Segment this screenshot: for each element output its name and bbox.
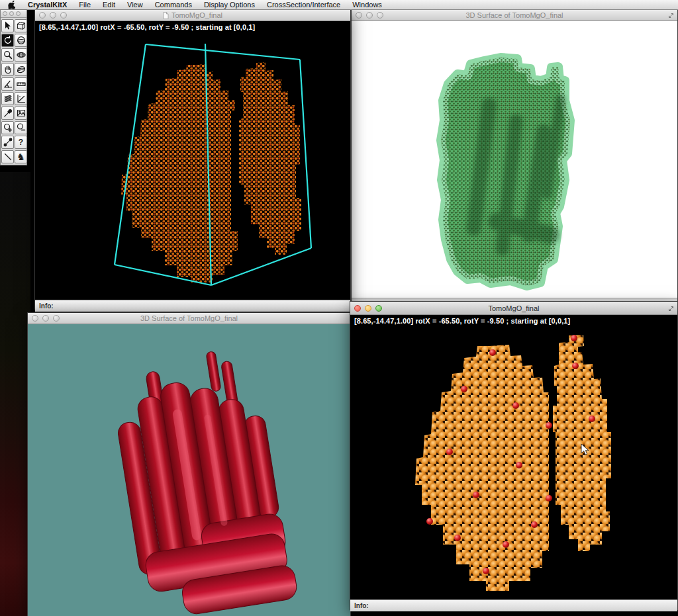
pan-tool-button[interactable] xyxy=(1,63,14,76)
ruler-icon xyxy=(16,79,26,89)
status-readout: [8.65,-14.47,1.00] rotX = -65.50, rotY =… xyxy=(35,21,350,32)
menu-file[interactable]: File xyxy=(73,1,97,9)
bond-icon xyxy=(3,137,13,148)
rotate-icon xyxy=(3,35,13,46)
menu-crosssection-interface[interactable]: CrossSection/Interface xyxy=(261,1,346,9)
zoom-button[interactable] xyxy=(53,315,60,322)
tool-grid: ? ♞ xyxy=(1,18,26,165)
layers-tool-button[interactable] xyxy=(1,92,14,105)
unit-cell-tool-button[interactable] xyxy=(15,19,27,32)
window-controls[interactable] xyxy=(39,10,67,21)
line-tool-button[interactable] xyxy=(1,150,14,163)
menu-windows[interactable]: Windows xyxy=(346,1,388,9)
remove-atom-tool-button[interactable] xyxy=(15,121,27,134)
unit-cell-icon xyxy=(16,21,26,31)
apple-logo-icon xyxy=(8,1,15,9)
eyedropper-icon xyxy=(3,108,13,118)
globe-tool-button[interactable] xyxy=(15,48,27,62)
viewport-surface-green[interactable] xyxy=(352,21,677,298)
window-title: TomoMgO_final xyxy=(171,11,222,19)
pointer-tool-button[interactable] xyxy=(1,19,14,32)
window-controls[interactable] xyxy=(354,302,382,314)
desktop-background xyxy=(0,172,30,616)
close-button[interactable] xyxy=(356,12,362,19)
horse-icon: ♞ xyxy=(17,152,25,161)
help-icon: ? xyxy=(19,138,23,146)
rotate-sphere-icon xyxy=(16,35,26,46)
desktop: CrystalKitX File Edit View Commands Disp… xyxy=(0,0,678,616)
rotate-tool-button[interactable] xyxy=(1,34,14,47)
apple-menu[interactable] xyxy=(0,1,22,9)
mesh-surface-tool-button[interactable] xyxy=(15,63,27,76)
line-icon xyxy=(3,152,13,162)
resize-icon[interactable] xyxy=(668,302,674,314)
bond-tool-button[interactable] xyxy=(1,136,14,149)
minimize-button[interactable] xyxy=(42,315,49,322)
close-button[interactable] xyxy=(32,315,38,322)
minimize-button[interactable] xyxy=(50,12,56,19)
angle-icon xyxy=(3,79,13,89)
rotate-sphere-tool-button[interactable] xyxy=(15,34,27,47)
menu-crystalkitx[interactable]: CrystalKitX xyxy=(22,1,73,9)
window-title: 3D Surface of TomoMgO_final xyxy=(140,314,238,322)
viewport-atoms-wireframe[interactable] xyxy=(35,32,350,300)
window-tomomgo-wireframe: TomoMgO_final [8.65,-14.47,1.00] rotX = … xyxy=(34,9,351,310)
close-button[interactable] xyxy=(354,305,361,312)
minimize-button[interactable] xyxy=(365,305,371,312)
add-atom-tool-button[interactable] xyxy=(1,121,14,134)
minimize-button[interactable] xyxy=(366,12,373,19)
layers-icon xyxy=(3,93,13,104)
window-controls[interactable] xyxy=(32,313,60,324)
window-title: TomoMgO_final xyxy=(488,304,539,312)
eyedropper-tool-button[interactable] xyxy=(1,107,14,120)
image-icon xyxy=(16,108,26,118)
menu-display-options[interactable]: Display Options xyxy=(198,1,261,9)
add-atom-icon xyxy=(3,122,13,133)
menu-commands[interactable]: Commands xyxy=(149,1,198,9)
pan-hand-icon xyxy=(3,64,13,75)
zoom-tool-button[interactable] xyxy=(1,48,14,62)
window-controls[interactable] xyxy=(356,10,383,21)
pointer-icon xyxy=(3,21,13,31)
menu-edit[interactable]: Edit xyxy=(97,1,121,9)
image-tool-button[interactable] xyxy=(15,107,27,120)
horse-tool-button[interactable]: ♞ xyxy=(15,150,27,163)
window-title: 3D Surface of TomoMgO_final xyxy=(465,11,563,19)
close-button[interactable] xyxy=(39,12,46,19)
zoom-button[interactable] xyxy=(375,305,382,312)
slope-plot-tool-button[interactable] xyxy=(15,92,27,105)
zoom-icon xyxy=(3,50,13,60)
slope-plot-icon xyxy=(16,93,26,104)
info-label: Info: xyxy=(354,602,369,609)
palette-titlebar[interactable] xyxy=(1,10,26,18)
tool-palette: ? ♞ xyxy=(0,9,27,165)
viewport-spacefill[interactable] xyxy=(350,326,677,599)
document-icon xyxy=(163,12,169,19)
help-tool-button[interactable]: ? xyxy=(15,136,27,149)
window-3d-surface-green: 3D Surface of TomoMgO_final xyxy=(351,9,678,301)
titlebar[interactable]: TomoMgO_final xyxy=(35,10,350,21)
viewport-surface-red[interactable] xyxy=(28,324,350,616)
zoom-button[interactable] xyxy=(60,12,67,19)
info-label: Info: xyxy=(39,302,54,310)
window-tomomgo-spacefill: TomoMgO_final [8.65,-14.47,1.00] rotX = … xyxy=(350,301,678,610)
mesh-surface-icon xyxy=(16,64,26,75)
info-bar: Info: xyxy=(35,300,350,312)
angle-tool-button[interactable] xyxy=(1,77,14,91)
globe-icon xyxy=(16,50,26,60)
status-readout: [8.65,-14.47,1.00] rotX = -65.50, rotY =… xyxy=(350,315,677,326)
resize-icon[interactable] xyxy=(668,9,674,21)
titlebar[interactable]: 3D Surface of TomoMgO_final xyxy=(28,313,350,324)
ruler-tool-button[interactable] xyxy=(15,77,27,91)
remove-atom-icon xyxy=(16,122,26,133)
titlebar[interactable]: TomoMgO_final xyxy=(350,302,677,315)
info-bar: Info: xyxy=(350,599,677,611)
zoom-button[interactable] xyxy=(377,12,383,19)
window-3d-surface-red: 3D Surface of TomoMgO_final xyxy=(27,312,351,616)
menu-view[interactable]: View xyxy=(121,1,149,9)
titlebar[interactable]: 3D Surface of TomoMgO_final xyxy=(352,10,677,21)
menu-bar: CrystalKitX File Edit View Commands Disp… xyxy=(0,0,678,10)
